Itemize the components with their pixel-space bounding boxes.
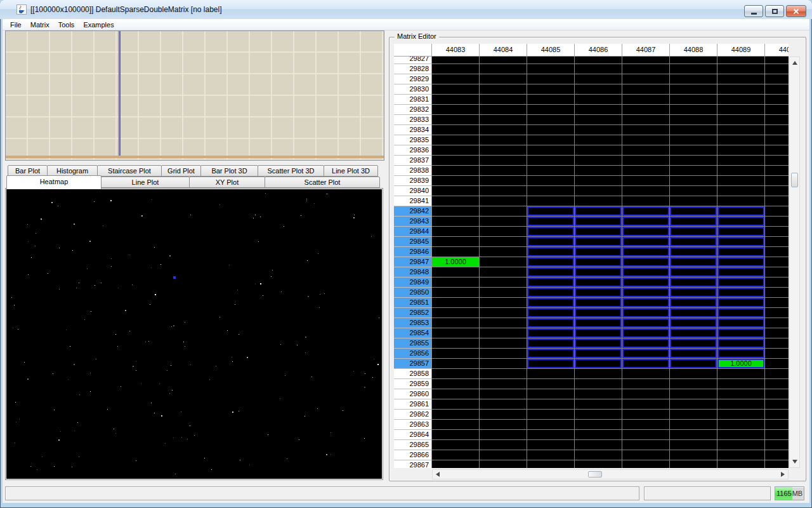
matrix-cell[interactable] (622, 166, 670, 176)
matrix-cell[interactable] (480, 57, 527, 64)
matrix-cell[interactable] (432, 74, 480, 84)
matrix-cell[interactable] (480, 84, 527, 95)
row-header-cell[interactable]: 29835 (394, 135, 432, 145)
row-header-cell[interactable]: 29839 (394, 176, 432, 186)
matrix-cell[interactable] (622, 247, 670, 257)
matrix-cell[interactable] (622, 349, 670, 359)
row-header-cell[interactable]: 29861 (394, 399, 432, 410)
matrix-cell[interactable] (432, 237, 480, 247)
matrix-cell[interactable] (432, 420, 480, 430)
matrix-cell[interactable] (575, 359, 622, 369)
matrix-cell[interactable] (670, 145, 717, 156)
matrix-cell[interactable] (670, 338, 717, 349)
matrix-cell[interactable] (575, 156, 622, 166)
matrix-cell[interactable] (717, 399, 765, 410)
matrix-cell[interactable] (480, 399, 527, 410)
matrix-cell[interactable] (622, 125, 670, 135)
matrix-cell[interactable] (480, 227, 527, 237)
title-bar[interactable]: [[100000x100000]] DefaultSparseDoubleMat… (0, 0, 812, 19)
matrix-cell[interactable] (670, 359, 717, 369)
tab-xy-plot[interactable]: XY Plot (189, 177, 265, 188)
matrix-cell[interactable] (527, 420, 575, 430)
matrix-cell[interactable] (765, 277, 789, 288)
matrix-cell[interactable] (622, 135, 670, 145)
matrix-cell[interactable] (527, 247, 575, 257)
matrix-cell[interactable] (527, 64, 575, 74)
matrix-cell[interactable] (480, 318, 527, 328)
row-header-cell[interactable]: 29863 (394, 420, 432, 430)
matrix-cell[interactable] (575, 135, 622, 145)
matrix-cell[interactable] (670, 95, 717, 105)
matrix-cell[interactable] (670, 440, 717, 450)
matrix-cell[interactable] (480, 64, 527, 74)
horizontal-scrollbar[interactable] (432, 469, 789, 479)
matrix-cell[interactable] (480, 277, 527, 288)
row-header-cell[interactable]: 29850 (394, 288, 432, 298)
matrix-cell[interactable] (670, 57, 717, 64)
row-header-cell[interactable]: 29852 (394, 308, 432, 318)
matrix-cell[interactable] (575, 369, 622, 379)
matrix-cell[interactable] (765, 227, 789, 237)
matrix-cell[interactable] (432, 318, 480, 328)
matrix-cell[interactable] (670, 450, 717, 460)
matrix-cell[interactable] (480, 389, 527, 399)
matrix-cell[interactable] (717, 237, 765, 247)
row-header-cell[interactable]: 29846 (394, 247, 432, 257)
matrix-cell[interactable] (480, 450, 527, 460)
matrix-cell[interactable] (575, 440, 622, 450)
matrix-cell[interactable] (717, 257, 765, 267)
matrix-cell[interactable] (670, 389, 717, 399)
matrix-cell[interactable] (527, 227, 575, 237)
matrix-cell[interactable] (670, 247, 717, 257)
tab-scatter-plot[interactable]: Scatter Plot (265, 177, 380, 188)
column-header-cell[interactable]: 44088 (670, 44, 717, 57)
tab-bar-plot-3d[interactable]: Bar Plot 3D (200, 165, 258, 177)
matrix-overview-plot[interactable] (5, 30, 384, 161)
matrix-cell[interactable] (765, 125, 789, 135)
matrix-cell[interactable] (575, 95, 622, 105)
matrix-cell[interactable] (765, 420, 789, 430)
matrix-cell[interactable] (622, 277, 670, 288)
matrix-cell[interactable] (527, 318, 575, 328)
matrix-cell[interactable] (765, 74, 789, 84)
matrix-cell[interactable] (575, 298, 622, 308)
matrix-cell[interactable] (575, 227, 622, 237)
matrix-cell[interactable] (765, 247, 789, 257)
matrix-cell[interactable] (717, 389, 765, 399)
matrix-cell[interactable] (432, 338, 480, 349)
matrix-cell[interactable] (575, 186, 622, 196)
matrix-cell[interactable] (717, 166, 765, 176)
matrix-cell[interactable] (765, 196, 789, 206)
matrix-cell[interactable] (717, 328, 765, 338)
matrix-cell[interactable] (575, 84, 622, 95)
matrix-cell[interactable] (717, 156, 765, 166)
tab-line-plot-3d[interactable]: Line Plot 3D (324, 165, 378, 177)
matrix-cell[interactable] (480, 125, 527, 135)
row-header-cell[interactable]: 29864 (394, 430, 432, 440)
matrix-cell[interactable] (480, 196, 527, 206)
matrix-cell[interactable] (765, 328, 789, 338)
column-header-cell[interactable]: 44090 (765, 44, 789, 57)
matrix-cell[interactable] (765, 64, 789, 74)
matrix-cell[interactable] (575, 349, 622, 359)
matrix-cell[interactable] (480, 338, 527, 349)
matrix-cell[interactable] (717, 308, 765, 318)
matrix-cell[interactable] (480, 186, 527, 196)
row-header-cell[interactable]: 29840 (394, 186, 432, 196)
matrix-cell[interactable] (432, 389, 480, 399)
matrix-cell[interactable] (670, 308, 717, 318)
matrix-cell[interactable] (717, 64, 765, 74)
matrix-cell[interactable] (765, 105, 789, 115)
matrix-cell[interactable] (527, 369, 575, 379)
matrix-cell[interactable] (575, 217, 622, 227)
matrix-cell[interactable] (527, 166, 575, 176)
row-header-cell[interactable]: 29842 (394, 206, 432, 217)
row-header-cell[interactable]: 29831 (394, 95, 432, 105)
row-header-cell[interactable]: 29866 (394, 450, 432, 460)
matrix-cell[interactable] (765, 186, 789, 196)
matrix-cell[interactable] (717, 105, 765, 115)
matrix-cell[interactable] (527, 399, 575, 410)
row-header-cell[interactable]: 29860 (394, 389, 432, 399)
scroll-left-arrow-icon[interactable] (436, 472, 440, 477)
matrix-cell[interactable] (432, 460, 480, 468)
